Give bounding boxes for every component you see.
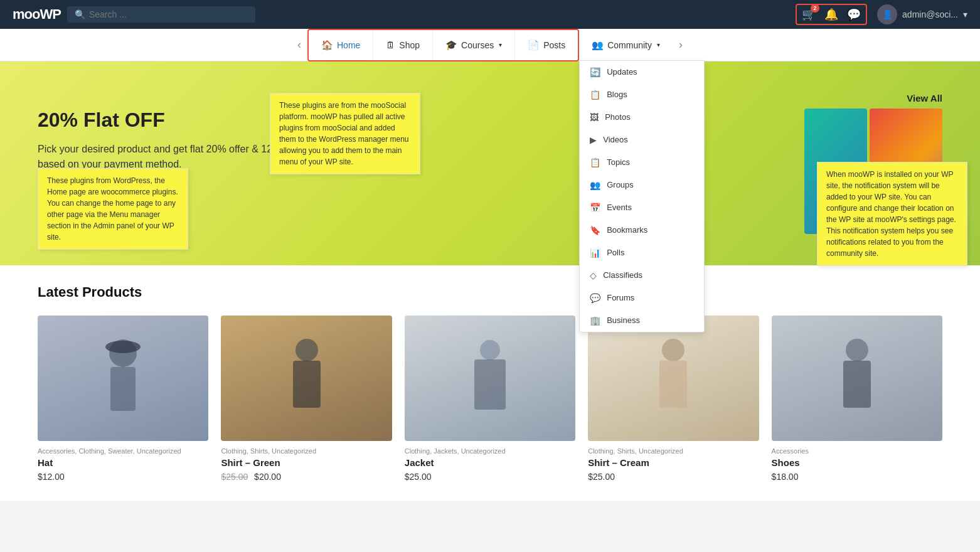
svg-point-9 <box>846 339 868 361</box>
nav-item-posts[interactable]: 📄 Posts <box>515 30 578 60</box>
dd-photos-label: Photos <box>605 112 630 122</box>
product-categories-shirt-cream: Clothing, Shirts, Uncategorized <box>588 447 759 455</box>
search-input[interactable] <box>89 9 248 19</box>
community-button[interactable]: 👥 Community ▾ <box>579 30 673 60</box>
dd-item-groups[interactable]: 👥 Groups <box>580 174 704 196</box>
svg-rect-10 <box>843 361 871 408</box>
nav-items: 🏠 Home 🗓 Shop 🎓 Courses ▾ 📄 Posts <box>307 29 579 61</box>
nav-item-shop[interactable]: 🗓 Shop <box>373 30 433 60</box>
forums-icon: 💬 <box>590 293 600 303</box>
svg-point-2 <box>105 341 141 353</box>
shoes-figure <box>832 334 882 422</box>
view-all-button[interactable]: View All <box>907 93 942 104</box>
product-card-shirt-green[interactable]: Clothing, Shirts, Uncategorized Shirt – … <box>221 316 391 482</box>
product-price-jacket: $25.00 <box>405 472 575 482</box>
product-image-hat <box>38 316 208 441</box>
tooltip-notifications-text: When mooWP is installed on your WP site,… <box>826 170 956 258</box>
product-price-shirt-green: $25.00 $20.00 <box>221 472 391 482</box>
videos-icon: ▶ <box>590 135 597 145</box>
groups-icon: 👥 <box>590 180 600 190</box>
product-card-hat[interactable]: Accessories, Clothing, Sweater, Uncatego… <box>38 316 208 482</box>
product-card-jacket[interactable]: Clothing, Jackets, Uncategorized Jacket … <box>405 316 575 482</box>
dd-videos-label: Videos <box>603 135 628 144</box>
admin-bar: mooWP 🔍 🛒 2 🔔 💬 👤 admin@soci... ▾ <box>0 0 980 29</box>
shirt-green-figure <box>282 334 332 422</box>
bell-button[interactable]: 🔔 <box>824 8 838 21</box>
admin-bar-right: 🛒 2 🔔 💬 👤 admin@soci... ▾ <box>796 4 967 25</box>
tooltip-moosocial-text: These plugins are from the mooSocial pla… <box>279 101 409 166</box>
nav-posts-label: Posts <box>543 40 565 50</box>
product-categories-jacket: Clothing, Jackets, Uncategorized <box>405 447 575 455</box>
tooltip-moosocial: These plugins are from the mooSocial pla… <box>270 93 420 174</box>
hat-figure <box>98 334 148 422</box>
dd-item-bookmarks[interactable]: 🔖 Bookmarks <box>580 219 704 242</box>
dd-item-videos[interactable]: ▶ Videos <box>580 129 704 151</box>
nav-prev-arrow[interactable]: ‹ <box>291 38 307 51</box>
search-icon: 🔍 <box>75 9 85 19</box>
bell-icon: 🔔 <box>824 8 838 21</box>
topics-icon: 📋 <box>590 157 600 167</box>
product-price-shoes: $18.00 <box>772 472 942 482</box>
avatar: 👤 <box>877 4 897 24</box>
dd-blogs-label: Blogs <box>607 90 627 99</box>
svg-rect-1 <box>110 367 136 411</box>
dd-item-business[interactable]: 🏢 Business <box>580 309 704 332</box>
posts-icon: 📄 <box>528 40 540 51</box>
svg-rect-8 <box>659 361 687 408</box>
product-card-shoes[interactable]: Accessories Shoes $18.00 <box>772 316 942 482</box>
updates-icon: 🔄 <box>590 67 600 77</box>
home-icon: 🏠 <box>321 40 333 51</box>
svg-rect-4 <box>293 361 321 408</box>
dd-item-topics[interactable]: 📋 Topics <box>580 151 704 174</box>
community-chevron-icon: ▾ <box>657 41 660 48</box>
product-card-shirt-cream[interactable]: Clothing, Shirts, Uncategorized Shirt – … <box>588 316 759 482</box>
dd-topics-label: Topics <box>607 157 630 167</box>
community-nav: 👥 Community ▾ 🔄 Updates 📋 Blogs 🖼 Photos <box>579 30 673 60</box>
price-original-shirt-green: $25.00 <box>221 472 248 482</box>
polls-icon: 📊 <box>590 248 600 258</box>
tooltip-moosocial-wrapper: These plugins are from the mooSocial pla… <box>270 93 420 174</box>
dd-business-label: Business <box>607 316 640 325</box>
cart-button[interactable]: 🛒 2 <box>802 8 816 21</box>
tooltip-wp-plugins-text: These plugins from WordPress, the Home p… <box>47 176 178 242</box>
dd-item-events[interactable]: 📅 Events <box>580 196 704 219</box>
dd-item-photos[interactable]: 🖼 Photos <box>580 106 704 129</box>
dd-classifieds-label: Classifieds <box>603 270 642 280</box>
product-image-shoes <box>772 316 942 441</box>
dd-item-blogs[interactable]: 📋 Blogs <box>580 83 704 106</box>
product-name-shirt-green: Shirt – Green <box>221 457 391 468</box>
dd-item-updates[interactable]: 🔄 Updates <box>580 61 704 83</box>
main-content: These plugins from WordPress, the Home p… <box>0 61 980 501</box>
cart-badge: 2 <box>811 4 819 13</box>
nav-courses-label: Courses <box>461 40 494 50</box>
product-name-jacket: Jacket <box>405 457 575 468</box>
search-bar[interactable]: 🔍 <box>67 6 255 23</box>
nav-next-arrow[interactable]: › <box>673 38 689 51</box>
chevron-down-icon: ▾ <box>963 9 967 19</box>
dd-polls-label: Polls <box>607 248 624 257</box>
chat-button[interactable]: 💬 <box>847 8 861 21</box>
product-image-shirt-green <box>221 316 391 441</box>
nav-item-courses[interactable]: 🎓 Courses ▾ <box>433 30 515 60</box>
dd-item-forums[interactable]: 💬 Forums <box>580 287 704 309</box>
product-categories-shoes: Accessories <box>772 447 942 455</box>
username-label: admin@soci... <box>902 9 958 19</box>
dd-events-label: Events <box>607 203 632 212</box>
bookmarks-icon: 🔖 <box>590 225 600 235</box>
product-name-hat: Hat <box>38 457 208 468</box>
dd-item-classifieds[interactable]: ◇ Classifieds <box>580 264 704 287</box>
dd-item-polls[interactable]: 📊 Polls <box>580 242 704 264</box>
nav-item-home[interactable]: 🏠 Home <box>309 30 373 60</box>
user-menu[interactable]: 👤 admin@soci... ▾ <box>877 4 967 24</box>
svg-point-7 <box>662 339 684 361</box>
dd-bookmarks-label: Bookmarks <box>607 225 647 235</box>
dd-updates-label: Updates <box>607 67 637 77</box>
nav-home-label: Home <box>337 40 360 50</box>
product-price-shirt-cream: $25.00 <box>588 472 759 482</box>
product-price-hat: $12.00 <box>38 472 208 482</box>
price-sale-shirt-green: $20.00 <box>254 472 281 482</box>
product-categories-hat: Accessories, Clothing, Sweater, Uncatego… <box>38 447 208 455</box>
admin-bar-left: mooWP 🔍 <box>13 6 255 23</box>
svg-point-3 <box>296 339 318 361</box>
courses-chevron-icon: ▾ <box>499 41 502 48</box>
